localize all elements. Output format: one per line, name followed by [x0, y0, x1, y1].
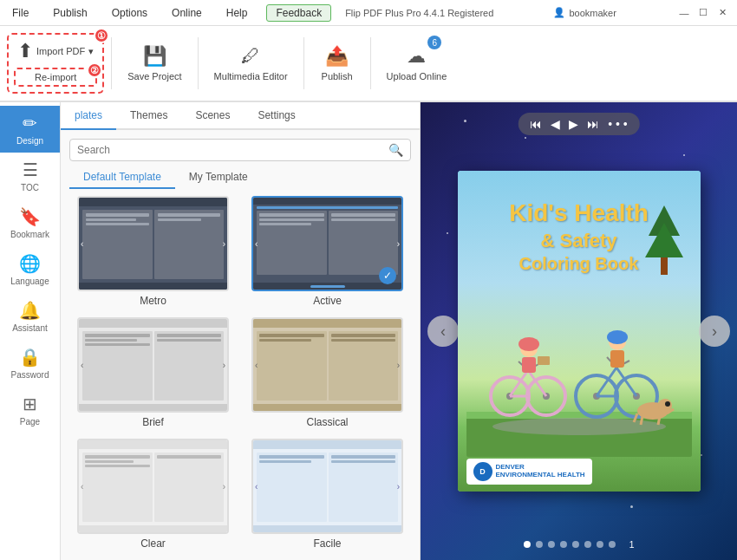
reimport-badge: ②: [87, 62, 102, 78]
publish-button[interactable]: 📤 Publish: [311, 30, 363, 96]
book-title-line2: & Safety: [509, 230, 649, 252]
template-tabs: Default Template My Template: [69, 166, 411, 189]
assistant-icon: 🔔: [19, 300, 41, 321]
template-metro-thumb[interactable]: ‹ ›: [77, 196, 229, 291]
reimport-label: Re-import: [35, 72, 76, 82]
import-icon: ⬆: [17, 40, 33, 62]
sidebar-item-design[interactable]: ✏ Design: [0, 106, 60, 153]
import-pdf-button[interactable]: ⬆ Import PDF ▾: [10, 36, 101, 66]
titlebar-left: File Publish Options Online Help Feedbac…: [7, 4, 493, 22]
template-classical[interactable]: ‹ › Classical: [244, 317, 411, 432]
upload-button[interactable]: ☁ 6 Upload Online: [378, 30, 456, 96]
sidebar-label-assistant: Assistant: [12, 323, 48, 333]
multimedia-icon: 🖊: [241, 45, 260, 68]
sidebar-item-assistant[interactable]: 🔔 Assistant: [0, 293, 60, 340]
template-clear-thumb[interactable]: ‹ ›: [77, 439, 229, 534]
dot-3[interactable]: [547, 541, 554, 548]
menu-file[interactable]: File: [7, 5, 34, 21]
tab-settings[interactable]: Settings: [244, 102, 309, 130]
svg-line-33: [658, 416, 660, 425]
template-brief[interactable]: ‹ › Brief: [69, 317, 237, 432]
import-label: Import PDF: [36, 46, 85, 56]
illustration-svg: [466, 301, 692, 457]
star: [464, 120, 466, 122]
last-page-button[interactable]: ⏭: [587, 117, 599, 131]
upload-label: Upload Online: [387, 71, 447, 81]
tab-themes[interactable]: Themes: [116, 102, 181, 130]
dot-1[interactable]: [523, 541, 530, 548]
star: [683, 154, 685, 156]
template-metro[interactable]: ‹ › Metro: [69, 196, 237, 310]
book-cover-inner: Kid's Health & Safety Coloring Book: [458, 171, 701, 492]
template-facile[interactable]: ‹ › Facile: [244, 439, 411, 553]
minimize-button[interactable]: —: [676, 5, 692, 21]
reimport-button[interactable]: ② Re-import: [14, 68, 97, 87]
save-label: Save Project: [127, 71, 181, 81]
prev-arrow-button[interactable]: ‹: [427, 316, 459, 347]
template-active[interactable]: ‹ › ✓ Active: [244, 196, 411, 310]
book-logo: D DENVER ENVIRONMENTAL HEALTH: [466, 459, 592, 485]
toc-icon: ☰: [23, 160, 38, 180]
panel-tabs: plates Themes Scenes Settings: [61, 102, 420, 130]
template-clear[interactable]: ‹ › Clear: [69, 439, 237, 553]
feedback-button[interactable]: Feedback: [266, 4, 331, 22]
dot-4[interactable]: [559, 541, 566, 548]
tab-plates[interactable]: plates: [61, 102, 116, 130]
app-name: Flip PDF Plus Pro 4.4.1 Registered: [345, 8, 493, 18]
menu-options[interactable]: Options: [107, 5, 153, 21]
sidebar-item-toc[interactable]: ☰ TOC: [0, 153, 60, 199]
star: [447, 232, 448, 234]
dot-8[interactable]: [608, 541, 615, 548]
template-active-thumb[interactable]: ‹ › ✓: [251, 196, 403, 291]
user-icon: 👤: [553, 7, 565, 18]
sidebar-item-language[interactable]: 🌐 Language: [0, 246, 60, 293]
dot-6[interactable]: [584, 541, 590, 548]
book-cover: Kid's Health & Safety Coloring Book: [458, 171, 701, 492]
more-options-button[interactable]: • • •: [608, 117, 627, 131]
tab-scenes[interactable]: Scenes: [181, 102, 244, 130]
search-bar: 🔍: [69, 139, 411, 161]
logo-text-area: DENVER ENVIRONMENTAL HEALTH: [496, 464, 585, 479]
prev-arrow-icon: ‹: [440, 322, 446, 341]
template-clear-name: Clear: [140, 537, 166, 550]
tab-default-template[interactable]: Default Template: [69, 166, 175, 189]
sidebar-item-password[interactable]: 🔒 Password: [0, 340, 60, 387]
logo-sub: ENVIRONMENTAL HEALTH: [496, 472, 585, 479]
panel-area: plates Themes Scenes Settings 🔍 Default …: [61, 102, 421, 560]
dot-5[interactable]: [571, 541, 578, 548]
dot-7[interactable]: [596, 541, 603, 548]
close-button[interactable]: ✕: [714, 5, 730, 21]
save-project-button[interactable]: 💾 Save Project: [119, 30, 190, 96]
template-facile-thumb[interactable]: ‹ ›: [251, 439, 403, 534]
star: [630, 505, 633, 508]
template-metro-name: Metro: [140, 295, 166, 307]
user-name: bookmaker: [569, 8, 616, 18]
sidebar-label-password: Password: [11, 370, 49, 380]
logo-circle: D: [473, 462, 492, 481]
menu-online[interactable]: Online: [166, 5, 207, 21]
maximize-button[interactable]: ☐: [695, 5, 711, 21]
design-icon: ✏: [23, 113, 37, 133]
search-input[interactable]: [77, 144, 388, 156]
sidebar-item-bookmark[interactable]: 🔖 Bookmark: [0, 199, 60, 246]
sidebar-item-page[interactable]: ⊞ Page: [0, 387, 60, 433]
next-page-button[interactable]: ▶: [569, 117, 578, 131]
toolbar-sep-2: [198, 37, 199, 89]
prev-page-button[interactable]: ◀: [551, 117, 560, 131]
tree-trunk: [661, 257, 668, 275]
menu-help[interactable]: Help: [221, 5, 253, 21]
template-classical-thumb[interactable]: ‹ ›: [251, 317, 403, 413]
book-illustration: [466, 301, 692, 457]
user-area: 👤 bookmaker: [553, 7, 616, 18]
password-icon: 🔒: [19, 347, 41, 368]
tab-my-template[interactable]: My Template: [175, 166, 262, 189]
menu-publish[interactable]: Publish: [48, 5, 92, 21]
multimedia-button[interactable]: 🖊 Multimedia Editor: [205, 30, 297, 96]
bookmark-icon: 🔖: [19, 206, 41, 227]
template-brief-thumb[interactable]: ‹ ›: [77, 317, 229, 413]
dot-2[interactable]: [535, 541, 542, 548]
preview-topbar: ⏮ ◀ ▶ ⏭ • • •: [518, 113, 639, 135]
first-page-button[interactable]: ⏮: [530, 117, 542, 131]
next-arrow-button[interactable]: ›: [699, 316, 730, 347]
preview-dots: 1: [523, 539, 634, 550]
